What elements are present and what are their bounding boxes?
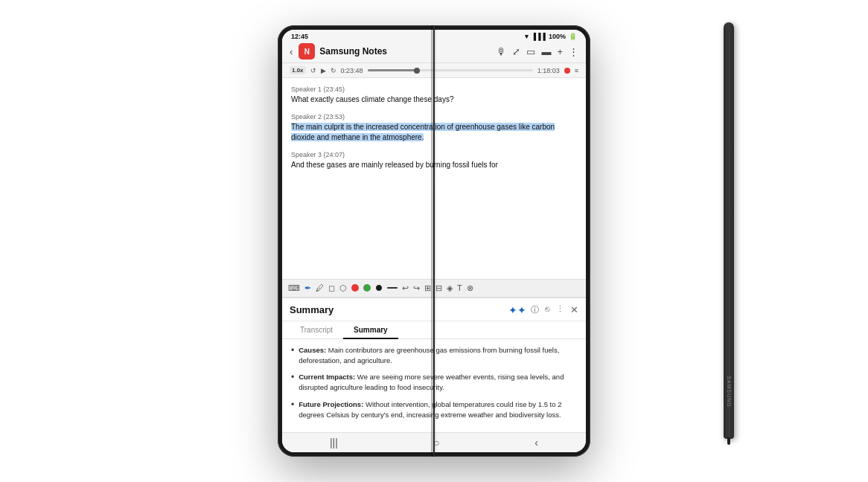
menu-icon[interactable]: ⋮ bbox=[569, 46, 578, 57]
lasso2-icon[interactable]: ⊗ bbox=[467, 283, 473, 293]
app-title: Samsung Notes bbox=[319, 46, 492, 57]
layout1-icon[interactable]: ▭ bbox=[526, 46, 535, 57]
transcript-area: Speaker 1 (23:45) What exactly causes cl… bbox=[282, 78, 586, 279]
header-icons: 🎙 ⤢ ▭ ▬ + ⋮ bbox=[497, 46, 578, 57]
line-tool[interactable] bbox=[387, 287, 398, 289]
tablet-device: 12:45 ▾ ▐▐▐ 100% 🔋 ‹ N Samsung Notes 🎙 ⤢ bbox=[278, 25, 590, 457]
speaker-2-text: The main culprit is the increased concen… bbox=[291, 122, 577, 144]
summary-content: • Causes: Main contributors are greenhou… bbox=[282, 339, 586, 433]
record-indicator bbox=[564, 68, 570, 74]
text-icon[interactable]: T bbox=[457, 283, 462, 292]
summary-panel: Summary ✦✦ ⓘ ⎋ ⋮ ✕ Transcript Summary bbox=[282, 298, 586, 433]
audio-progress-bar[interactable] bbox=[368, 69, 533, 71]
s-pen: SAMSUNG bbox=[724, 22, 734, 439]
marker-tool[interactable]: 🖊 bbox=[316, 283, 324, 292]
crop-icon[interactable]: ⊞ bbox=[424, 283, 431, 293]
lasso-tool[interactable]: ⬡ bbox=[339, 283, 347, 293]
battery-icon: 🔋 bbox=[569, 33, 577, 40]
list-icon[interactable]: ≡ bbox=[575, 67, 578, 74]
summary-title: Summary bbox=[290, 304, 504, 315]
forward-icon[interactable]: ↻ bbox=[331, 67, 336, 74]
bullet-1: • bbox=[291, 345, 294, 357]
keyboard-tool[interactable]: ⌨ bbox=[288, 283, 300, 293]
highlight-text: The main culprit is the increased concen… bbox=[291, 123, 555, 142]
speaker-3-label: Speaker 3 (24:07) bbox=[291, 151, 577, 158]
stamp-icon[interactable]: ◈ bbox=[447, 283, 453, 293]
audio-progress-thumb[interactable] bbox=[414, 68, 420, 74]
summary-tabs: Transcript Summary bbox=[282, 321, 586, 339]
speaker-3-text: And these gases are mainly released by b… bbox=[291, 160, 577, 171]
scene: 12:45 ▾ ▐▐▐ 100% 🔋 ‹ N Samsung Notes 🎙 ⤢ bbox=[0, 0, 868, 482]
transcript-entry-1: Speaker 1 (23:45) What exactly causes cl… bbox=[291, 86, 577, 106]
transcript-entry-3: Speaker 3 (24:07) And these gases are ma… bbox=[291, 151, 577, 171]
status-bar: 12:45 ▾ ▐▐▐ 100% 🔋 bbox=[282, 30, 586, 42]
current-time: 0:23:48 bbox=[341, 67, 363, 74]
rewind-icon[interactable]: ↺ bbox=[310, 67, 316, 74]
battery-label: 100% bbox=[549, 33, 566, 40]
color-green[interactable] bbox=[363, 284, 371, 292]
audio-player-bar: 1.0x ↺ ▶ ↻ 0:23:48 1:18:03 ≡ bbox=[282, 63, 586, 78]
select-icon[interactable]: ⊟ bbox=[435, 283, 442, 293]
sparkle-icon: ✦✦ bbox=[508, 304, 526, 316]
redo-icon[interactable]: ↪ bbox=[413, 283, 420, 293]
close-button[interactable]: ✕ bbox=[570, 304, 578, 315]
tab-summary[interactable]: Summary bbox=[343, 321, 398, 338]
status-right: ▾ ▐▐▐ 100% 🔋 bbox=[525, 33, 577, 40]
undo-icon[interactable]: ↩ bbox=[402, 283, 409, 293]
nav-back-icon[interactable]: ‹ bbox=[534, 437, 538, 449]
screen: 12:45 ▾ ▐▐▐ 100% 🔋 ‹ N Samsung Notes 🎙 ⤢ bbox=[282, 30, 586, 452]
signal-icon: ▐▐▐ bbox=[532, 33, 546, 40]
add-icon[interactable]: + bbox=[557, 46, 563, 57]
summary-text-3: Future Projections: Without intervention… bbox=[299, 399, 577, 421]
more-icon[interactable]: ⋮ bbox=[556, 304, 564, 315]
transcript-entry-2: Speaker 2 (23:53) The main culprit is th… bbox=[291, 113, 577, 144]
play-button[interactable]: ▶ bbox=[321, 67, 326, 74]
tab-summary-label: Summary bbox=[354, 326, 388, 334]
status-time: 12:45 bbox=[291, 33, 308, 40]
bullet-2: • bbox=[291, 372, 294, 384]
color-dark[interactable] bbox=[375, 284, 383, 292]
pen-tool[interactable]: ✒ bbox=[304, 283, 311, 293]
speaker-1-label: Speaker 1 (23:45) bbox=[291, 86, 577, 93]
s-pen-label: SAMSUNG bbox=[727, 376, 732, 407]
nav-home-icon[interactable]: ○ bbox=[433, 437, 439, 449]
info-icon[interactable]: ⓘ bbox=[531, 304, 539, 315]
summary-header: Summary ✦✦ ⓘ ⎋ ⋮ ✕ bbox=[282, 298, 586, 321]
audio-progress-fill bbox=[368, 69, 418, 71]
drawing-toolbar: ⌨ ✒ 🖊 ◻ ⬡ ↩ ↪ ⊞ ⊟ ◈ T ⊗ bbox=[282, 279, 586, 298]
app-icon-label: N bbox=[304, 48, 310, 56]
expand-icon[interactable]: ⤢ bbox=[512, 46, 520, 57]
speaker-1-text: What exactly causes climate change these… bbox=[291, 94, 577, 106]
bullet-3: • bbox=[291, 399, 294, 411]
summary-text-2: Current Impacts: We are seeing more seve… bbox=[299, 372, 577, 393]
eraser-tool[interactable]: ◻ bbox=[328, 283, 335, 293]
summary-item-1: • Causes: Main contributors are greenhou… bbox=[291, 345, 577, 367]
playback-speed[interactable]: 1.0x bbox=[290, 66, 306, 74]
summary-header-actions: ⓘ ⎋ ⋮ ✕ bbox=[531, 304, 578, 315]
wifi-icon: ▾ bbox=[525, 33, 529, 40]
app-header: ‹ N Samsung Notes 🎙 ⤢ ▭ ▬ + ⋮ bbox=[282, 42, 586, 63]
waveform-icon[interactable]: 🎙 bbox=[497, 46, 506, 57]
summary-text-1: Causes: Main contributors are greenhouse… bbox=[299, 345, 577, 367]
app-icon: N bbox=[299, 43, 315, 60]
back-button[interactable]: ‹ bbox=[290, 46, 293, 57]
layout2-icon[interactable]: ▬ bbox=[541, 46, 551, 57]
nav-recent-icon[interactable]: ||| bbox=[330, 437, 338, 449]
total-time: 1:18:03 bbox=[537, 67, 560, 74]
tab-transcript-label: Transcript bbox=[300, 326, 333, 334]
bottom-nav: ||| ○ ‹ bbox=[282, 432, 586, 452]
summary-item-3: • Future Projections: Without interventi… bbox=[291, 399, 577, 421]
tab-transcript[interactable]: Transcript bbox=[290, 321, 343, 338]
color-red[interactable] bbox=[351, 284, 359, 292]
speaker-2-label: Speaker 2 (23:53) bbox=[291, 113, 577, 120]
summary-item-2: • Current Impacts: We are seeing more se… bbox=[291, 372, 577, 393]
share-icon[interactable]: ⎋ bbox=[545, 304, 550, 315]
